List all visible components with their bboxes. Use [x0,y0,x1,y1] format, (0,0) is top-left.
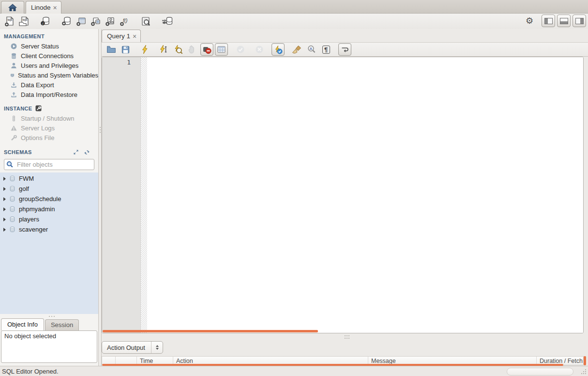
open-script-button[interactable] [105,43,118,56]
toggle-right-panel-icon [575,18,584,24]
tab-session[interactable]: Session [45,319,79,330]
refresh-schemas-button[interactable] [83,148,90,156]
toolbar-right-group: ⚙ [523,15,586,27]
progress-indicator [507,368,573,376]
preferences-button[interactable]: ⚙ [523,15,536,27]
pilcrow-icon: ¶ [322,46,330,54]
output-panel: Action Output Time Action Message Durati… [102,340,584,366]
beautify-script-button[interactable] [290,43,303,56]
expander-icon[interactable] [3,207,6,211]
server-status-icon [10,43,17,50]
instance-title: INSTANCE [4,106,32,111]
main-vertical-splitter[interactable] [98,29,102,366]
save-script-button[interactable] [119,43,132,56]
create-function-button[interactable]: f() [118,15,132,28]
expander-icon[interactable] [3,228,6,232]
startup-shutdown-icon [10,115,17,122]
find-button[interactable]: A [305,43,318,56]
connection-tab-linode[interactable]: Linode × [26,1,61,14]
database-reconnect-icon [161,16,174,27]
expander-icon[interactable] [3,197,6,201]
expander-icon[interactable] [3,177,6,181]
create-view-button[interactable] [89,15,103,28]
sidebar-item-data-import-restore[interactable]: Data Import/Restore [0,90,98,99]
toggle-output-area-button[interactable] [557,15,571,27]
editor-horizontal-scrollbar[interactable] [103,330,318,332]
sidebar-item-label: Client Connections [21,52,74,60]
home-tab[interactable] [1,1,24,14]
toggle-sidebar-button[interactable] [542,15,555,27]
sidebar-item-client-connections[interactable]: Client Connections [0,51,98,61]
sidebar-item-data-export[interactable]: Data Export [0,80,98,90]
code-editing-area[interactable] [147,57,583,333]
schema-icon [9,205,16,213]
tab-query-1[interactable]: Query 1 × [102,30,141,42]
schema-row-players[interactable]: players [0,214,98,224]
execute-current-statement-button[interactable] [157,43,170,56]
create-procedure-button[interactable] [103,15,118,28]
editor-output-splitter[interactable] [102,333,588,340]
results-grid-icon [217,45,226,54]
status-bar: SQL Editor Opened. [0,366,588,376]
view-plus-icon [90,16,102,27]
sidebar-item-server-logs[interactable]: Server Logs [0,123,98,133]
options-file-icon [10,134,17,141]
limit-rows-button[interactable] [215,43,228,56]
instance-config-icon[interactable] [35,105,42,111]
explain-icon [173,45,183,54]
sidebar-item-options-file[interactable]: Options File [0,133,98,142]
sidebar-item-label: Status and System Variables [18,72,98,79]
new-query-tab-button[interactable]: SQL [2,15,17,28]
schema-filter-input[interactable] [4,159,94,170]
create-schema-button[interactable] [60,15,74,28]
schema-icon [9,195,16,203]
commit-check-icon [236,45,245,54]
expand-schemas-button[interactable] [72,148,80,156]
execute-button[interactable] [138,43,151,56]
sidebar-item-users-privileges[interactable]: Users and Privileges [0,61,98,70]
sidebar-item-startup-shutdown[interactable]: Startup / Shutdown [0,113,98,123]
sidebar: MANAGEMENT Server Status Client Connecti… [0,29,98,366]
svg-text:f(): f() [123,18,127,23]
toggle-invisible-characters-button[interactable]: ¶ [319,43,332,56]
output-view-selector[interactable]: Action Output [102,341,163,354]
create-table-button[interactable] [74,15,89,28]
explain-plan-button[interactable] [171,43,184,56]
home-icon [8,3,17,12]
toggle-autocommit-button[interactable] [271,43,285,56]
schema-row-scavenger[interactable]: scavenger [0,224,98,235]
schema-inspector-button[interactable]: i [38,15,53,28]
schema-row-phpmyadmin[interactable]: phpmyadmin [0,204,98,214]
reconnect-dbms-button[interactable] [160,15,175,28]
close-icon[interactable]: × [53,4,57,11]
schema-label: groupSchedule [19,195,61,203]
status-message: SQL Editor Opened. [0,368,59,375]
schema-row-golf[interactable]: golf [0,184,98,194]
schema-icon [9,226,16,233]
autocommit-icon [273,45,283,54]
save-icon [121,45,130,54]
refresh-icon [84,149,90,156]
sidebar-item-server-status[interactable]: Server Status [0,41,98,51]
output-vertical-scrollbar[interactable] [584,356,586,365]
connection-tab-strip: Linode × [0,0,588,14]
open-sql-script-button[interactable]: SQL [17,15,31,28]
toggle-secondary-sidebar-button[interactable] [573,15,586,27]
tab-object-info[interactable]: Object Info [1,318,44,330]
sql-file-plus-icon: SQL [4,16,15,27]
window-resize-grip[interactable] [581,369,587,375]
toggle-stop-on-error-button[interactable] [200,43,213,56]
schema-row-fwm[interactable]: FWM [0,173,98,184]
schema-label: FWM [19,175,34,182]
execute-lightning-icon [140,45,149,54]
expander-icon[interactable] [3,187,6,191]
close-icon[interactable]: × [133,33,136,40]
expander-icon[interactable] [3,218,6,221]
schema-row-groupschedule[interactable]: groupSchedule [0,194,98,204]
management-section-header: MANAGEMENT [0,33,98,39]
sidebar-splitter[interactable] [0,314,98,318]
output-view-label: Action Output [102,344,151,351]
sidebar-item-status-system-variables[interactable]: Status and System Variables [0,70,98,80]
toggle-word-wrap-button[interactable] [338,43,351,56]
search-table-data-button[interactable] [139,15,153,28]
